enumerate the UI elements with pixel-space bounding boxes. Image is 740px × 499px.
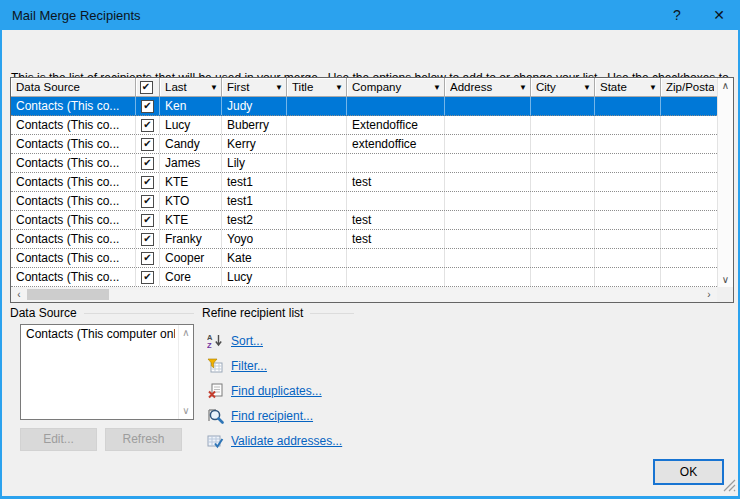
select-all-checkbox[interactable]: ✔	[140, 81, 153, 94]
cell-title	[287, 249, 347, 267]
table-row[interactable]: Contacts (This co... ✔ Candy Kerry exten…	[11, 135, 717, 154]
cell-zip	[661, 154, 717, 172]
list-item[interactable]: Contacts (This computer only	[21, 325, 175, 341]
cell-address	[445, 211, 531, 229]
cell-last: KTE	[160, 211, 222, 229]
column-header-company[interactable]: Company ▼	[347, 78, 445, 97]
cell-state	[595, 135, 661, 153]
cell-title	[287, 135, 347, 153]
window-title: Mail Merge Recipients	[12, 8, 656, 23]
dropdown-arrow-icon[interactable]: ▼	[519, 83, 527, 92]
recipients-grid: Data Source ✔ Last ▼ First ▼ Title ▼	[11, 78, 717, 287]
cell-company	[347, 97, 445, 115]
ok-button[interactable]: OK	[653, 459, 724, 485]
sort-link[interactable]: Sort...	[231, 334, 263, 348]
validate-addresses-icon	[207, 433, 224, 449]
cell-city	[531, 249, 595, 267]
table-horizontal-scrollbar[interactable]: ‹ ›	[11, 287, 717, 302]
column-header-city[interactable]: City ▼	[531, 78, 595, 97]
find-duplicates-link[interactable]: Find duplicates...	[231, 384, 322, 398]
row-checkbox[interactable]: ✔	[141, 252, 154, 265]
dropdown-arrow-icon[interactable]: ▼	[275, 83, 283, 92]
cell-last: Franky	[160, 230, 222, 248]
listbox-scrollbar[interactable]: ∧ ∨	[178, 325, 193, 419]
table-row[interactable]: Contacts (This co... ✔ KTE test1 test	[11, 173, 717, 192]
cell-first: Judy	[222, 97, 287, 115]
table-row[interactable]: Contacts (This co... ✔ KTO test1	[11, 192, 717, 211]
cell-company: test	[347, 230, 445, 248]
table-row[interactable]: Contacts (This co... ✔ Cooper Kate	[11, 249, 717, 268]
scroll-up-icon[interactable]: ∧	[178, 327, 194, 339]
cell-company	[347, 192, 445, 210]
help-button[interactable]: ?	[656, 0, 698, 30]
column-header-state[interactable]: State ▼	[595, 78, 661, 97]
column-header-label: Title	[292, 81, 333, 93]
cell-title	[287, 97, 347, 115]
table-vertical-scrollbar[interactable]: ∧ ∨	[717, 78, 733, 287]
row-checkbox[interactable]: ✔	[141, 195, 154, 208]
scroll-down-icon[interactable]: ∨	[718, 272, 734, 287]
scrollbar-corner	[717, 287, 733, 302]
cell-zip	[661, 249, 717, 267]
cell-title	[287, 192, 347, 210]
close-button[interactable]: ✕	[698, 0, 740, 30]
cell-checkbox: ✔	[136, 97, 160, 115]
dropdown-arrow-icon[interactable]: ▼	[649, 83, 657, 92]
table-row[interactable]: Contacts (This co... ✔ KTE test2 test	[11, 211, 717, 230]
cell-last: Candy	[160, 135, 222, 153]
column-header-title[interactable]: Title ▼	[287, 78, 347, 97]
row-checkbox[interactable]: ✔	[141, 271, 154, 284]
cell-city	[531, 211, 595, 229]
table-row[interactable]: Contacts (This co... ✔ Ken Judy	[11, 97, 717, 116]
row-checkbox[interactable]: ✔	[141, 233, 154, 246]
column-header-checkbox[interactable]: ✔	[136, 78, 160, 97]
row-checkbox[interactable]: ✔	[141, 138, 154, 151]
column-header-zip[interactable]: Zip/Posta	[661, 78, 717, 97]
find-recipient-link[interactable]: Find recipient...	[231, 409, 313, 423]
table-row[interactable]: Contacts (This co... ✔ Franky Yoyo test	[11, 230, 717, 249]
table-row[interactable]: Contacts (This co... ✔ Lucy Buberry Exte…	[11, 116, 717, 135]
column-header-first[interactable]: First ▼	[222, 78, 287, 97]
dropdown-arrow-icon[interactable]: ▼	[583, 83, 591, 92]
cell-address	[445, 135, 531, 153]
cell-data-source: Contacts (This co...	[11, 230, 136, 248]
table-row[interactable]: Contacts (This co... ✔ Core Lucy	[11, 268, 717, 287]
cell-data-source: Contacts (This co...	[11, 249, 136, 267]
row-checkbox[interactable]: ✔	[141, 119, 154, 132]
cell-data-source: Contacts (This co...	[11, 211, 136, 229]
data-source-listbox[interactable]: Contacts (This computer only ∧ ∨	[20, 324, 194, 420]
refine-group-label: Refine recipient list	[202, 306, 354, 320]
row-checkbox[interactable]: ✔	[141, 157, 154, 170]
cell-checkbox: ✔	[136, 268, 160, 286]
cell-data-source: Contacts (This co...	[11, 116, 136, 134]
cell-state	[595, 97, 661, 115]
column-header-last[interactable]: Last ▼	[160, 78, 222, 97]
cell-city	[531, 116, 595, 134]
column-header-address[interactable]: Address ▼	[445, 78, 531, 97]
scroll-up-icon[interactable]: ∧	[718, 78, 734, 93]
scroll-right-icon[interactable]: ›	[701, 287, 717, 302]
cell-first: Buberry	[222, 116, 287, 134]
title-bar[interactable]: Mail Merge Recipients ? ✕	[0, 0, 740, 30]
row-checkbox[interactable]: ✔	[141, 214, 154, 227]
filter-link[interactable]: Filter...	[231, 359, 267, 373]
table-row[interactable]: Contacts (This co... ✔ James Lily	[11, 154, 717, 173]
resize-grip-icon[interactable]	[723, 479, 736, 495]
cell-address	[445, 173, 531, 191]
row-checkbox[interactable]: ✔	[141, 100, 154, 113]
dropdown-arrow-icon[interactable]: ▼	[210, 83, 218, 92]
column-header-label: Zip/Posta	[666, 81, 714, 93]
scroll-left-icon[interactable]: ‹	[11, 287, 27, 302]
cell-last: Cooper	[160, 249, 222, 267]
horizontal-scroll-thumb[interactable]	[27, 289, 109, 300]
dropdown-arrow-icon[interactable]: ▼	[433, 83, 441, 92]
scroll-down-icon[interactable]: ∨	[178, 405, 194, 417]
column-header-label: State	[600, 81, 647, 93]
refresh-button[interactable]: Refresh	[105, 428, 182, 451]
cell-city	[531, 268, 595, 286]
row-checkbox[interactable]: ✔	[141, 176, 154, 189]
validate-addresses-link[interactable]: Validate addresses...	[231, 434, 342, 448]
column-header-data-source[interactable]: Data Source	[11, 78, 136, 97]
dropdown-arrow-icon[interactable]: ▼	[335, 83, 343, 92]
edit-button[interactable]: Edit...	[20, 428, 97, 451]
